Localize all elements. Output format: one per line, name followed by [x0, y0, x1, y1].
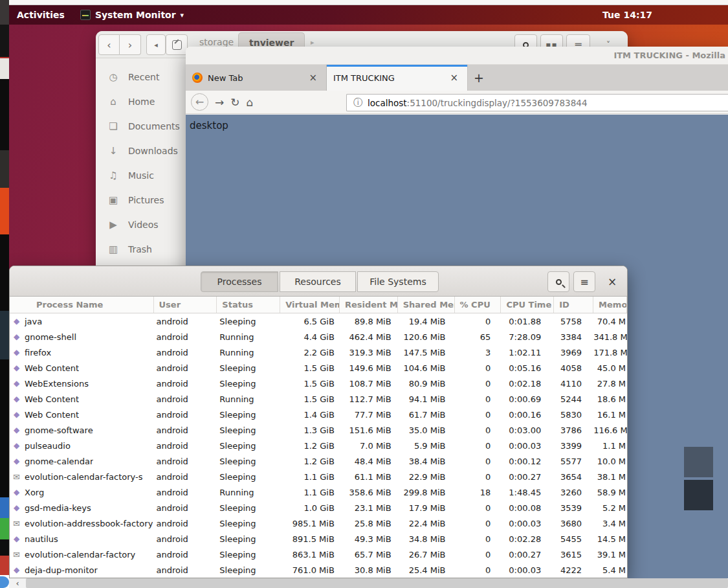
column-header-resident-memory[interactable]: Resident Memory	[340, 297, 398, 313]
column-header-process-name[interactable]: Process Name	[10, 297, 154, 313]
column-header-shared-memory[interactable]: Shared Memory	[398, 297, 455, 313]
url-bar[interactable]: ⓘ localhost:51100/truckingdisplay/?15536…	[346, 94, 728, 111]
table-row[interactable]: ◆Web ContentandroidRunning1.5 GiB112.7 M…	[10, 391, 627, 407]
cell-virtual: 1.2 GiB	[280, 457, 340, 466]
table-row[interactable]: ◆pulseaudioandroidSleeping1.2 GiB7.0 MiB…	[10, 438, 627, 453]
cell-name: ◆Xorg	[10, 488, 153, 497]
cell-user: android	[153, 348, 217, 357]
table-row[interactable]: ◆javaandroidSleeping6.5 GiB89.8 MiB19.4 …	[10, 313, 627, 329]
cell-memory: 3.4 M	[593, 519, 627, 528]
column-header-id[interactable]: ID	[554, 297, 593, 313]
tab-label: Processes	[217, 277, 261, 287]
page-tile-bottom[interactable]	[684, 480, 713, 510]
table-row[interactable]: ◆gnome-softwareandroidSleeping1.3 GiB151…	[10, 422, 627, 438]
cell-id: 3786	[554, 425, 593, 435]
activities-label: Activities	[17, 10, 65, 20]
firefox-titlebar[interactable]: ITM TRUCKING - Mozilla	[186, 47, 728, 65]
cell-virtual: 1.1 GiB	[280, 472, 340, 482]
activities-button[interactable]: Activities	[9, 5, 72, 25]
remote-viewer-button[interactable]	[166, 34, 188, 55]
table-row[interactable]: ◆WebExtensionsandroidSleeping1.5 GiB108.…	[10, 376, 627, 391]
desktop-edge-strip	[0, 0, 9, 588]
horizontal-scrollbar[interactable]: ‹	[9, 578, 728, 588]
close-window-button[interactable]: ×	[604, 271, 621, 292]
table-row[interactable]: ◆Web ContentandroidSleeping1.5 GiB149.6 …	[10, 360, 627, 376]
table-row[interactable]: ◆XorgandroidRunning1.1 GiB358.6 MiB299.8…	[10, 484, 627, 500]
reload-button[interactable]: ↻	[230, 96, 239, 109]
sidebar-item-home[interactable]: ⌂Home	[96, 89, 186, 114]
back-button[interactable]: ←	[191, 93, 208, 111]
cell-shared: 94.1 MiB	[398, 394, 455, 404]
scrollbar-track[interactable]	[26, 578, 728, 588]
column-header--cpu[interactable]: % CPU	[455, 297, 502, 313]
tab-processes[interactable]: Processes	[201, 271, 278, 292]
back-button[interactable]: ‹	[98, 34, 120, 55]
column-header-status[interactable]: Status	[217, 297, 280, 313]
app-menu-button[interactable]: System Monitor ▾	[72, 5, 192, 25]
page-heading: desktop	[186, 115, 728, 131]
scroll-left-arrow[interactable]: ‹	[9, 578, 26, 588]
table-row[interactable]: ◆gnome-calendarandroidSleeping1.2 GiB48.…	[10, 453, 627, 469]
info-icon[interactable]: ⓘ	[353, 97, 362, 109]
cell-name: ◆firefox	[10, 348, 153, 357]
cell-status: Running	[217, 332, 280, 342]
cell-cpu: 3	[454, 348, 501, 357]
table-row[interactable]: ◆firefoxandroidRunning2.2 GiB319.3 MiB14…	[10, 345, 627, 360]
new-tab-button[interactable]: +	[468, 65, 490, 91]
forward-button[interactable]: →	[215, 96, 224, 109]
tab-itm-trucking[interactable]: ITM TRUCKING ×	[327, 65, 468, 91]
tab-new-tab[interactable]: New Tab ×	[186, 65, 327, 91]
process-name: Xorg	[25, 488, 44, 497]
table-row[interactable]: ◆deja-dup-monitorandroidSleeping761.0 Mi…	[10, 562, 627, 578]
cell-virtual: 1.4 GiB	[280, 410, 340, 420]
app-process-icon: ◆	[12, 410, 21, 419]
clock[interactable]: Tue 14:17	[602, 5, 652, 25]
sidebar-item-music[interactable]: ♫Music	[96, 163, 186, 188]
url-host: localhost	[368, 98, 407, 108]
cell-memory: 5.4 M	[593, 565, 627, 575]
column-header-user[interactable]: User	[154, 297, 217, 313]
cell-cpu: 0	[454, 503, 501, 513]
path-prev-button[interactable]: ◂	[146, 34, 166, 55]
cell-user: android	[153, 363, 217, 373]
cell-cpu_time: 7:28.09	[501, 332, 554, 342]
edge-fragment	[0, 539, 9, 556]
menu-button[interactable]: ≡	[573, 271, 595, 292]
table-row[interactable]: ◆nautilusandroidSleeping891.5 MiB49.3 Mi…	[10, 531, 627, 547]
column-header-cpu-time[interactable]: CPU Time	[501, 297, 554, 313]
table-row[interactable]: ◆Web ContentandroidSleeping1.4 GiB77.7 M…	[10, 407, 627, 422]
table-row[interactable]: ✉evolution-calendar-factoryandroidSleepi…	[10, 547, 627, 562]
sidebar-item-recent[interactable]: ◷Recent	[96, 65, 186, 89]
column-header-memory[interactable]: Memory	[593, 297, 627, 313]
tab-file-systems[interactable]: File Systems	[357, 271, 439, 292]
sidebar-item-documents[interactable]: ❏Documents	[96, 114, 186, 139]
cell-status: Running	[217, 488, 280, 497]
edge-fragment	[0, 518, 9, 539]
sidebar-item-pictures[interactable]: ▣Pictures	[96, 188, 186, 212]
page-tile-top[interactable]	[684, 447, 713, 477]
column-header-virtual-memory[interactable]: Virtual Memory	[280, 297, 340, 313]
cell-shared: 147.5 MiB	[398, 348, 455, 357]
sidebar-item-trash[interactable]: ▥Trash	[96, 237, 186, 262]
table-row[interactable]: ◆gnome-shellandroidRunning4.4 GiB462.4 M…	[10, 329, 627, 345]
table-row[interactable]: ✉evolution-addressbook-factoryandroidSle…	[10, 515, 627, 531]
search-button[interactable]	[547, 271, 569, 292]
home-button[interactable]: ⌂	[247, 96, 254, 109]
cell-status: Sleeping	[217, 441, 280, 451]
forward-button[interactable]: ›	[120, 34, 141, 55]
tab-resources[interactable]: Resources	[280, 271, 356, 292]
cell-virtual: 761.0 MiB	[280, 565, 340, 575]
sidebar-item-downloads[interactable]: ↓Downloads	[96, 139, 186, 163]
cell-resident: 30.8 MiB	[340, 565, 398, 575]
cell-shared: 104.6 MiB	[398, 363, 455, 373]
cell-user: android	[153, 472, 217, 482]
table-row[interactable]: ◆gsd-media-keysandroidSleeping1.0 GiB23.…	[10, 500, 627, 515]
cell-shared: 61.7 MiB	[398, 410, 455, 420]
sidebar-item-videos[interactable]: ▶Videos	[96, 212, 186, 237]
process-name: pulseaudio	[25, 441, 71, 451]
close-icon[interactable]: ×	[447, 72, 461, 84]
close-icon[interactable]: ×	[306, 72, 320, 84]
table-row[interactable]: ✉evolution-calendar-factory-sandroidSlee…	[10, 469, 627, 484]
cell-cpu: 18	[454, 488, 501, 497]
cell-status: Sleeping	[217, 379, 280, 389]
